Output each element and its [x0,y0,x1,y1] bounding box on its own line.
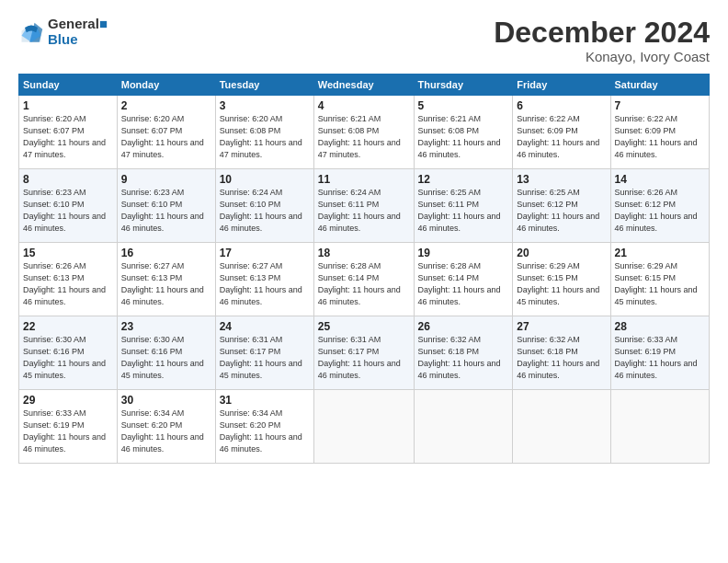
day-info: Sunrise: 6:31 AMSunset: 6:17 PMDaylight:… [220,334,310,382]
day-info: Sunrise: 6:33 AMSunset: 6:19 PMDaylight:… [615,334,705,382]
day-number: 26 [418,320,509,333]
calendar-cell: 14Sunrise: 6:26 AMSunset: 6:12 PMDayligh… [610,169,709,243]
day-number: 4 [318,99,410,112]
day-info: Sunrise: 6:26 AMSunset: 6:13 PMDaylight:… [23,260,113,308]
day-info: Sunrise: 6:26 AMSunset: 6:12 PMDaylight:… [615,187,705,235]
calendar-cell: 13Sunrise: 6:25 AMSunset: 6:12 PMDayligh… [513,169,610,243]
calendar-cell: 24Sunrise: 6:31 AMSunset: 6:17 PMDayligh… [215,316,313,390]
calendar-cell: 23Sunrise: 6:30 AMSunset: 6:16 PMDayligh… [117,316,215,390]
calendar-cell: 3Sunrise: 6:20 AMSunset: 6:08 PMDaylight… [215,96,313,169]
day-info: Sunrise: 6:34 AMSunset: 6:20 PMDaylight:… [121,408,211,455]
calendar-cell: 17Sunrise: 6:27 AMSunset: 6:13 PMDayligh… [215,243,313,316]
calendar-cell [610,390,709,464]
day-number: 2 [121,99,211,112]
day-info: Sunrise: 6:28 AMSunset: 6:14 PMDaylight:… [318,260,410,308]
calendar-cell: 29Sunrise: 6:33 AMSunset: 6:19 PMDayligh… [19,390,118,464]
calendar-cell: 12Sunrise: 6:25 AMSunset: 6:11 PMDayligh… [414,169,513,243]
day-number: 20 [517,247,606,259]
calendar-cell: 5Sunrise: 6:21 AMSunset: 6:08 PMDaylight… [414,96,513,169]
day-number: 28 [615,320,705,333]
day-info: Sunrise: 6:29 AMSunset: 6:15 PMDaylight:… [517,260,606,308]
calendar-cell [513,390,610,464]
day-number: 11 [318,173,410,186]
weekday-header-saturday: Saturday [610,75,709,96]
day-number: 6 [517,99,606,112]
calendar-cell: 22Sunrise: 6:30 AMSunset: 6:16 PMDayligh… [19,316,118,390]
day-number: 19 [418,247,509,259]
day-info: Sunrise: 6:32 AMSunset: 6:18 PMDaylight:… [517,334,606,382]
day-info: Sunrise: 6:32 AMSunset: 6:18 PMDaylight:… [418,334,509,382]
day-number: 9 [121,173,211,186]
calendar-cell: 6Sunrise: 6:22 AMSunset: 6:09 PMDaylight… [513,96,610,169]
logo: General■ Blue [18,17,108,47]
calendar-cell: 15Sunrise: 6:26 AMSunset: 6:13 PMDayligh… [19,243,118,316]
calendar-cell: 21Sunrise: 6:29 AMSunset: 6:15 PMDayligh… [610,243,709,316]
title-block: December 2024 Konayo, Ivory Coast [494,17,710,64]
day-info: Sunrise: 6:31 AMSunset: 6:17 PMDaylight:… [318,334,410,382]
weekday-header-sunday: Sunday [19,75,118,96]
calendar-cell: 16Sunrise: 6:27 AMSunset: 6:13 PMDayligh… [117,243,215,316]
day-info: Sunrise: 6:22 AMSunset: 6:09 PMDaylight:… [615,113,705,161]
day-info: Sunrise: 6:29 AMSunset: 6:15 PMDaylight:… [615,260,705,308]
day-number: 12 [418,173,509,186]
day-info: Sunrise: 6:23 AMSunset: 6:10 PMDaylight:… [23,187,113,235]
day-number: 21 [615,247,705,259]
day-info: Sunrise: 6:24 AMSunset: 6:11 PMDaylight:… [318,187,410,235]
page: General■ Blue December 2024 Konayo, Ivor… [0,0,728,563]
calendar-cell: 10Sunrise: 6:24 AMSunset: 6:10 PMDayligh… [215,169,313,243]
weekday-header-friday: Friday [513,75,610,96]
day-number: 23 [121,320,211,333]
location-title: Konayo, Ivory Coast [494,49,710,64]
calendar-cell: 2Sunrise: 6:20 AMSunset: 6:07 PMDaylight… [117,96,215,169]
day-info: Sunrise: 6:24 AMSunset: 6:10 PMDaylight:… [220,187,310,235]
logo-icon [18,21,44,47]
calendar-cell [313,390,414,464]
day-info: Sunrise: 6:20 AMSunset: 6:08 PMDaylight:… [220,113,310,161]
day-info: Sunrise: 6:30 AMSunset: 6:16 PMDaylight:… [121,334,211,382]
day-info: Sunrise: 6:22 AMSunset: 6:09 PMDaylight:… [517,113,606,161]
day-info: Sunrise: 6:34 AMSunset: 6:20 PMDaylight:… [220,408,310,455]
day-number: 3 [220,99,310,112]
calendar-cell: 11Sunrise: 6:24 AMSunset: 6:11 PMDayligh… [313,169,414,243]
calendar: SundayMondayTuesdayWednesdayThursdayFrid… [18,74,710,464]
day-number: 22 [23,320,113,333]
day-info: Sunrise: 6:21 AMSunset: 6:08 PMDaylight:… [318,113,410,161]
calendar-cell: 7Sunrise: 6:22 AMSunset: 6:09 PMDaylight… [610,96,709,169]
calendar-cell: 31Sunrise: 6:34 AMSunset: 6:20 PMDayligh… [215,390,313,464]
day-info: Sunrise: 6:25 AMSunset: 6:12 PMDaylight:… [517,187,606,235]
day-number: 5 [418,99,509,112]
weekday-header-wednesday: Wednesday [313,75,414,96]
day-number: 14 [615,173,705,186]
day-info: Sunrise: 6:21 AMSunset: 6:08 PMDaylight:… [418,113,509,161]
calendar-cell: 18Sunrise: 6:28 AMSunset: 6:14 PMDayligh… [313,243,414,316]
calendar-cell: 1Sunrise: 6:20 AMSunset: 6:07 PMDaylight… [19,96,118,169]
logo-text: General■ Blue [48,17,108,47]
day-number: 13 [517,173,606,186]
day-info: Sunrise: 6:25 AMSunset: 6:11 PMDaylight:… [418,187,509,235]
day-number: 10 [220,173,310,186]
weekday-header-tuesday: Tuesday [215,75,313,96]
day-number: 8 [23,173,113,186]
calendar-cell [414,390,513,464]
calendar-cell: 19Sunrise: 6:28 AMSunset: 6:14 PMDayligh… [414,243,513,316]
day-number: 27 [517,320,606,333]
day-number: 17 [220,247,310,259]
calendar-cell: 30Sunrise: 6:34 AMSunset: 6:20 PMDayligh… [117,390,215,464]
weekday-header-thursday: Thursday [414,75,513,96]
day-number: 18 [318,247,410,259]
day-info: Sunrise: 6:27 AMSunset: 6:13 PMDaylight:… [220,260,310,308]
calendar-cell: 26Sunrise: 6:32 AMSunset: 6:18 PMDayligh… [414,316,513,390]
day-number: 25 [318,320,410,333]
calendar-cell: 4Sunrise: 6:21 AMSunset: 6:08 PMDaylight… [313,96,414,169]
day-number: 29 [23,394,113,407]
day-number: 16 [121,247,211,259]
day-info: Sunrise: 6:20 AMSunset: 6:07 PMDaylight:… [23,113,113,161]
weekday-header-monday: Monday [117,75,215,96]
calendar-cell: 28Sunrise: 6:33 AMSunset: 6:19 PMDayligh… [610,316,709,390]
calendar-cell: 25Sunrise: 6:31 AMSunset: 6:17 PMDayligh… [313,316,414,390]
day-info: Sunrise: 6:20 AMSunset: 6:07 PMDaylight:… [121,113,211,161]
month-title: December 2024 [494,17,710,49]
day-number: 30 [121,394,211,407]
day-info: Sunrise: 6:33 AMSunset: 6:19 PMDaylight:… [23,408,113,455]
day-number: 15 [23,247,113,259]
